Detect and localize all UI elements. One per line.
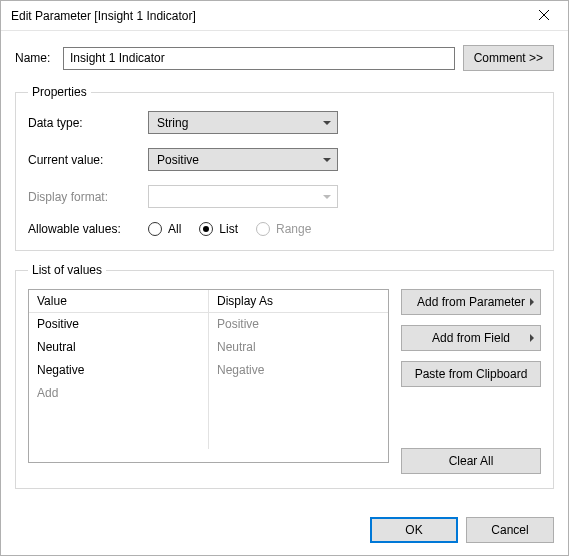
list-of-values-legend: List of values (28, 263, 106, 277)
name-input[interactable] (63, 47, 455, 70)
ok-button[interactable]: OK (370, 517, 458, 543)
col-value-header[interactable]: Value (29, 290, 209, 313)
display-format-label: Display format: (28, 190, 148, 204)
comment-button[interactable]: Comment >> (463, 45, 554, 71)
cell-value[interactable]: Positive (29, 313, 209, 336)
radio-list-label: List (219, 222, 238, 236)
current-value-row: Current value: Positive (28, 148, 541, 171)
values-table-wrap[interactable]: Value Display As Positive Positive Neutr… (28, 289, 389, 463)
data-type-dropdown[interactable]: String (148, 111, 338, 134)
add-from-field-button[interactable]: Add from Field (401, 325, 541, 351)
cell-display[interactable] (209, 382, 389, 405)
display-format-row: Display format: (28, 185, 541, 208)
display-format-dropdown (148, 185, 338, 208)
close-button[interactable] (521, 2, 566, 30)
allowable-values-row: Allowable values: All List Range (28, 222, 541, 236)
cancel-button[interactable]: Cancel (466, 517, 554, 543)
dialog-footer: OK Cancel (370, 517, 554, 543)
cell-display[interactable]: Neutral (209, 336, 389, 359)
current-value-label: Current value: (28, 153, 148, 167)
chevron-right-icon (530, 298, 534, 306)
radio-icon (256, 222, 270, 236)
table-row[interactable] (29, 405, 388, 427)
radio-range: Range (256, 222, 311, 236)
properties-group: Properties Data type: String Current val… (15, 85, 554, 251)
title-bar: Edit Parameter [Insight 1 Indicator] (1, 1, 568, 31)
button-label: Paste from Clipboard (415, 367, 528, 381)
values-table: Value Display As Positive Positive Neutr… (29, 290, 388, 449)
radio-list[interactable]: List (199, 222, 238, 236)
cell-value[interactable]: Negative (29, 359, 209, 382)
table-row[interactable]: Neutral Neutral (29, 336, 388, 359)
properties-legend: Properties (28, 85, 91, 99)
chevron-down-icon (323, 121, 331, 125)
list-of-values-body: Value Display As Positive Positive Neutr… (28, 289, 541, 474)
current-value-dropdown[interactable]: Positive (148, 148, 338, 171)
name-row: Name: Comment >> (15, 45, 554, 71)
cell-display[interactable]: Positive (209, 313, 389, 336)
window-title: Edit Parameter [Insight 1 Indicator] (11, 9, 196, 23)
data-type-value: String (157, 116, 188, 130)
button-label: Add from Parameter (417, 295, 525, 309)
close-icon (539, 9, 549, 23)
button-label: Cancel (491, 523, 528, 537)
table-row[interactable] (29, 427, 388, 449)
dialog-window: Edit Parameter [Insight 1 Indicator] Nam… (0, 0, 569, 556)
paste-from-clipboard-button[interactable]: Paste from Clipboard (401, 361, 541, 387)
table-header-row: Value Display As (29, 290, 388, 313)
radio-all-label: All (168, 222, 181, 236)
side-buttons: Add from Parameter Add from Field Paste … (401, 289, 541, 474)
button-label: OK (405, 523, 422, 537)
chevron-down-icon (323, 195, 331, 199)
clear-all-button[interactable]: Clear All (401, 448, 541, 474)
add-from-parameter-button[interactable]: Add from Parameter (401, 289, 541, 315)
button-label: Clear All (449, 454, 494, 468)
add-placeholder-cell[interactable]: Add (29, 382, 209, 405)
data-type-row: Data type: String (28, 111, 541, 134)
current-value-value: Positive (157, 153, 199, 167)
allowable-values-label: Allowable values: (28, 222, 148, 236)
data-type-label: Data type: (28, 116, 148, 130)
col-display-header[interactable]: Display As (209, 290, 389, 313)
button-label: Add from Field (432, 331, 510, 345)
table-row[interactable]: Positive Positive (29, 313, 388, 336)
table-row[interactable]: Negative Negative (29, 359, 388, 382)
allowable-values-radios: All List Range (148, 222, 311, 236)
radio-range-label: Range (276, 222, 311, 236)
list-of-values-group: List of values Value Display As Positive (15, 263, 554, 489)
radio-all[interactable]: All (148, 222, 181, 236)
radio-icon (148, 222, 162, 236)
table-row-add[interactable]: Add (29, 382, 388, 405)
dialog-body: Name: Comment >> Properties Data type: S… (1, 31, 568, 511)
radio-icon (199, 222, 213, 236)
cell-display[interactable]: Negative (209, 359, 389, 382)
chevron-down-icon (323, 158, 331, 162)
cell-value[interactable]: Neutral (29, 336, 209, 359)
chevron-right-icon (530, 334, 534, 342)
name-label: Name: (15, 51, 55, 65)
